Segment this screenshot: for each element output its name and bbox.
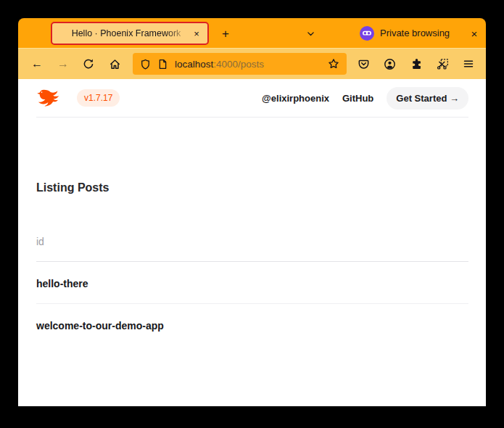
url-host: localhost xyxy=(175,59,213,70)
get-started-button[interactable]: Get Started → xyxy=(387,87,468,110)
account-icon[interactable] xyxy=(379,54,400,74)
tab-bar: Hello · Phoenix Framework × + Private br… xyxy=(18,18,486,48)
site-header: v1.7.17 @elixirphoenix GitHub Get Starte… xyxy=(36,79,468,118)
page-title: Listing Posts xyxy=(36,180,109,196)
tab-hello-phoenix[interactable]: Hello · Phoenix Framework × xyxy=(51,22,209,45)
browser-window: Hello · Phoenix Framework × + Private br… xyxy=(18,18,486,406)
posts-table: id hello-there welcome-to-our-demo-app xyxy=(36,236,468,345)
private-mask-icon xyxy=(360,26,374,41)
url-path: :4000/posts xyxy=(213,59,264,70)
forward-button: → xyxy=(53,54,73,74)
screenshot-scissors-icon[interactable] xyxy=(432,54,453,74)
navigation-toolbar: ← → localhost:4000/posts xyxy=(18,48,486,79)
nav-link-github[interactable]: GitHub xyxy=(342,93,373,104)
back-button[interactable]: ← xyxy=(27,54,47,74)
extensions-puzzle-icon[interactable] xyxy=(406,54,426,74)
address-text[interactable]: localhost:4000/posts xyxy=(175,59,321,70)
new-tab-button[interactable]: + xyxy=(216,24,235,43)
version-badge: v1.7.17 xyxy=(77,89,120,107)
pocket-icon[interactable] xyxy=(353,54,373,74)
tracking-shield-icon[interactable] xyxy=(140,59,151,70)
window-close-button[interactable]: × xyxy=(465,24,484,43)
brand-group: v1.7.17 xyxy=(36,87,120,109)
private-browsing-badge: Private browsing xyxy=(360,18,450,48)
list-tabs-chevron-down-icon[interactable] xyxy=(301,24,320,43)
page-content: v1.7.17 @elixirphoenix GitHub Get Starte… xyxy=(18,79,486,406)
page-info-icon[interactable] xyxy=(157,59,168,70)
url-bar[interactable]: localhost:4000/posts xyxy=(133,53,347,75)
site-nav: @elixirphoenix GitHub Get Started → xyxy=(262,87,468,110)
reload-icon[interactable] xyxy=(78,54,99,74)
phoenix-logo-icon[interactable] xyxy=(36,87,65,109)
nav-link-elixirphoenix[interactable]: @elixirphoenix xyxy=(262,93,329,104)
home-icon[interactable] xyxy=(104,54,125,74)
bookmark-star-icon[interactable] xyxy=(328,58,339,70)
table-row[interactable]: welcome-to-our-demo-app xyxy=(36,303,468,345)
private-browsing-label: Private browsing xyxy=(380,28,450,38)
table-column-header-id: id xyxy=(36,236,468,262)
table-row[interactable]: hello-there xyxy=(36,262,468,303)
tab-close-icon[interactable]: × xyxy=(190,27,203,40)
tab-title: Hello · Phoenix Framework xyxy=(62,28,190,38)
hamburger-menu-icon[interactable] xyxy=(458,54,479,74)
